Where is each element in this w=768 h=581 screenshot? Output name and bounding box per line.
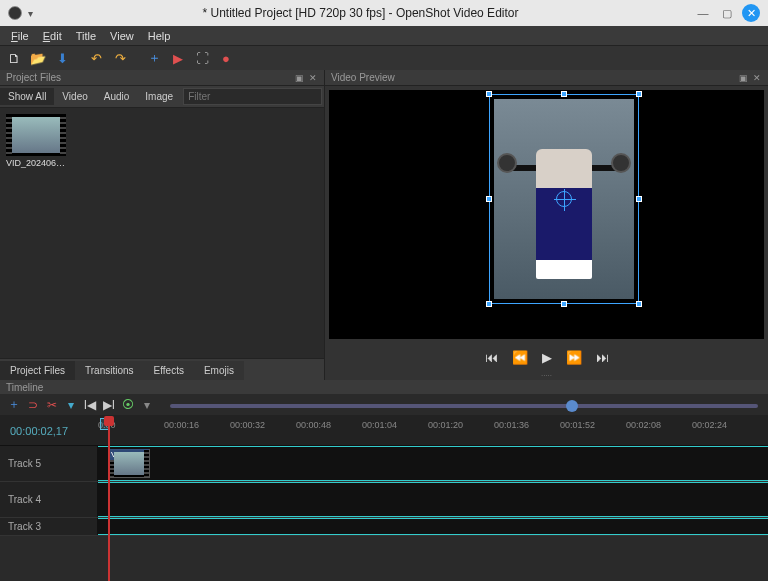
track-lane[interactable]: VID_20... bbox=[98, 446, 768, 481]
snap-icon[interactable]: ⊃ bbox=[25, 397, 41, 413]
filter-show-all[interactable]: Show All bbox=[0, 88, 54, 105]
ruler-tick: 00:02:08 bbox=[626, 420, 661, 430]
project-files-area[interactable]: VID_202406231... bbox=[0, 108, 324, 358]
track-label: Track 3 bbox=[8, 521, 41, 532]
video-preview-header: Video Preview ▣ ✕ bbox=[325, 70, 768, 86]
menu-file[interactable]: File bbox=[4, 28, 36, 44]
preview-controls-icon[interactable]: ▣ ✕ bbox=[739, 73, 762, 83]
maximize-button[interactable]: ▢ bbox=[718, 4, 736, 22]
transform-selection[interactable] bbox=[489, 94, 639, 304]
menu-view[interactable]: View bbox=[103, 28, 141, 44]
window-title: * Untitled Project [HD 720p 30 fps] - Op… bbox=[33, 6, 688, 20]
track-label: Track 4 bbox=[8, 494, 41, 505]
tab-project-files[interactable]: Project Files bbox=[0, 361, 75, 380]
track-3: Track 3 bbox=[0, 518, 768, 536]
filter-input[interactable] bbox=[183, 88, 322, 105]
transform-center-icon[interactable] bbox=[556, 191, 572, 207]
ruler-tick: 00:01:36 bbox=[494, 420, 529, 430]
center-playhead-icon[interactable]: ⦿ bbox=[120, 397, 136, 413]
video-preview[interactable] bbox=[329, 90, 764, 339]
skip-start-icon[interactable]: ⏮ bbox=[485, 350, 498, 365]
save-project-icon[interactable]: ⬇ bbox=[52, 48, 72, 68]
project-files-label: Project Files bbox=[6, 72, 61, 83]
filter-image[interactable]: Image bbox=[137, 88, 181, 105]
add-track-icon[interactable]: ＋ bbox=[6, 397, 22, 413]
filter-video[interactable]: Video bbox=[54, 88, 95, 105]
menu-help[interactable]: Help bbox=[141, 28, 178, 44]
next-marker-icon[interactable]: ▶I bbox=[101, 397, 117, 413]
handle-top-right[interactable] bbox=[636, 91, 642, 97]
timeline-header: Timeline bbox=[0, 380, 768, 394]
prev-marker-icon[interactable]: I◀ bbox=[82, 397, 98, 413]
minimize-button[interactable]: — bbox=[694, 4, 712, 22]
track-5: Track 5 VID_20... bbox=[0, 446, 768, 482]
project-file-item[interactable]: VID_202406231... bbox=[6, 114, 66, 168]
splitter-handle[interactable]: ····· bbox=[325, 371, 768, 380]
playhead[interactable] bbox=[108, 416, 110, 581]
track-4: Track 4 bbox=[0, 482, 768, 518]
zoom-knob[interactable] bbox=[566, 400, 578, 412]
profile-icon[interactable]: ▶ bbox=[168, 48, 188, 68]
close-button[interactable]: ✕ bbox=[742, 4, 760, 22]
handle-mid-left[interactable] bbox=[486, 196, 492, 202]
tab-transitions[interactable]: Transitions bbox=[75, 361, 144, 380]
menubar: File Edit Title View Help bbox=[0, 26, 768, 46]
app-logo-icon bbox=[8, 6, 22, 20]
open-project-icon[interactable]: 📂 bbox=[28, 48, 48, 68]
timeline-more-icon[interactable]: ▾ bbox=[139, 397, 155, 413]
ruler-tick: 00:00:32 bbox=[230, 420, 265, 430]
timecode-display[interactable]: 00:00:02,17 bbox=[0, 425, 98, 437]
filter-bar: Show All Video Audio Image bbox=[0, 86, 324, 108]
menu-title[interactable]: Title bbox=[69, 28, 103, 44]
tab-emojis[interactable]: Emojis bbox=[194, 361, 244, 380]
menu-edit[interactable]: Edit bbox=[36, 28, 69, 44]
redo-icon[interactable]: ↷ bbox=[110, 48, 130, 68]
export-icon[interactable]: ● bbox=[216, 48, 236, 68]
filter-audio[interactable]: Audio bbox=[96, 88, 138, 105]
track-lane[interactable] bbox=[98, 518, 768, 535]
marker-icon[interactable]: ▾ bbox=[63, 397, 79, 413]
razor-icon[interactable]: ✂ bbox=[44, 397, 60, 413]
fullscreen-icon[interactable]: ⛶ bbox=[192, 48, 212, 68]
handle-mid-right[interactable] bbox=[636, 196, 642, 202]
timeline-tracks: Track 5 VID_20... Track 4 Track 3 bbox=[0, 446, 768, 536]
timeline-toolbar: ＋ ⊃ ✂ ▾ I◀ ▶I ⦿ ▾ bbox=[0, 394, 768, 416]
skip-end-icon[interactable]: ⏭ bbox=[596, 350, 609, 365]
main-toolbar: 🗋 📂 ⬇ ↶ ↷ ＋ ▶ ⛶ ● bbox=[0, 46, 768, 70]
fast-forward-icon[interactable]: ⏩ bbox=[566, 350, 582, 365]
undo-icon[interactable]: ↶ bbox=[86, 48, 106, 68]
handle-bottom-center[interactable] bbox=[561, 301, 567, 307]
timeline-ruler[interactable]: 00:00:02,17 0:0000:00:1600:00:3200:00:48… bbox=[0, 416, 768, 446]
handle-top-left[interactable] bbox=[486, 91, 492, 97]
video-preview-label: Video Preview bbox=[331, 72, 395, 83]
track-header[interactable]: Track 5 bbox=[0, 446, 98, 481]
import-files-icon[interactable]: ＋ bbox=[144, 48, 164, 68]
ruler-tick: 00:01:20 bbox=[428, 420, 463, 430]
ruler-tick: 00:01:04 bbox=[362, 420, 397, 430]
project-files-header: Project Files ▣ ✕ bbox=[0, 70, 324, 86]
zoom-slider[interactable] bbox=[170, 404, 758, 408]
play-icon[interactable]: ▶ bbox=[542, 350, 552, 365]
new-project-icon[interactable]: 🗋 bbox=[4, 48, 24, 68]
panel-controls-icon[interactable]: ▣ ✕ bbox=[295, 73, 318, 83]
playback-controls: ⏮ ⏪ ▶ ⏩ ⏭ bbox=[325, 343, 768, 371]
tab-effects[interactable]: Effects bbox=[144, 361, 194, 380]
left-tabs: Project Files Transitions Effects Emojis bbox=[0, 358, 324, 380]
handle-bottom-left[interactable] bbox=[486, 301, 492, 307]
file-name-label: VID_202406231... bbox=[6, 158, 66, 168]
handle-bottom-right[interactable] bbox=[636, 301, 642, 307]
titlebar: ▾ * Untitled Project [HD 720p 30 fps] - … bbox=[0, 0, 768, 26]
ruler-tick: 00:00:48 bbox=[296, 420, 331, 430]
ruler-tick: 00:00:16 bbox=[164, 420, 199, 430]
ruler-tick: 00:01:52 bbox=[560, 420, 595, 430]
rewind-icon[interactable]: ⏪ bbox=[512, 350, 528, 365]
track-label: Track 5 bbox=[8, 458, 41, 469]
track-header[interactable]: Track 3 bbox=[0, 518, 98, 535]
timeline-label: Timeline bbox=[6, 382, 43, 393]
timeline-clip[interactable]: VID_20... bbox=[108, 449, 150, 478]
file-thumbnail-icon bbox=[6, 114, 66, 156]
track-lane[interactable] bbox=[98, 482, 768, 517]
handle-top-center[interactable] bbox=[561, 91, 567, 97]
ruler-tick: 00:02:24 bbox=[692, 420, 727, 430]
track-header[interactable]: Track 4 bbox=[0, 482, 98, 517]
